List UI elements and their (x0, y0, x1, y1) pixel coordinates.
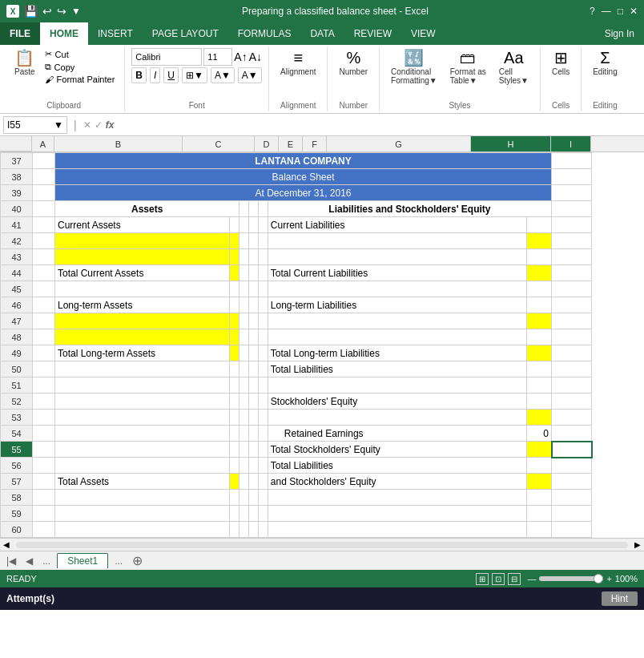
cell-h56[interactable] (527, 458, 552, 474)
row-header-54[interactable]: 54 (1, 426, 33, 442)
cell-h60[interactable] (527, 522, 552, 538)
bold-button[interactable]: B (131, 67, 147, 83)
cell-e41[interactable] (249, 217, 259, 233)
cell-i52[interactable] (552, 394, 592, 410)
cell-g55[interactable]: Total Stockholders' Equity (268, 442, 526, 458)
cell-e40[interactable] (249, 201, 259, 217)
tab-file[interactable]: FILE (0, 22, 40, 45)
font-name-input[interactable] (131, 48, 202, 66)
formula-insert-function-icon[interactable]: fx (106, 119, 115, 131)
cell-b42[interactable] (55, 233, 230, 249)
cell-d50[interactable] (239, 361, 249, 377)
cell-h51[interactable] (527, 377, 552, 394)
cell-b56[interactable] (55, 458, 230, 474)
cell-e44[interactable] (249, 265, 259, 281)
cell-b54[interactable] (55, 426, 230, 442)
cell-i40[interactable] (552, 201, 592, 217)
cell-f59[interactable] (258, 506, 268, 522)
cell-f52[interactable] (258, 394, 268, 410)
editing-button[interactable]: Σ Editing (588, 48, 622, 78)
cell-d51[interactable] (239, 377, 249, 394)
cell-b37-merged[interactable]: LANTANA COMPANY (55, 153, 552, 169)
cell-reference-box[interactable]: I55 ▼ (3, 116, 67, 134)
cell-a39[interactable] (33, 185, 55, 201)
tab-page-layout[interactable]: PAGE LAYOUT (143, 22, 228, 45)
cell-b55[interactable] (55, 442, 230, 458)
cell-a47[interactable] (33, 313, 55, 329)
cell-b53[interactable] (55, 410, 230, 426)
cell-a37[interactable] (33, 153, 55, 169)
cell-b52[interactable] (55, 394, 230, 410)
cell-a48[interactable] (33, 329, 55, 345)
cell-d44[interactable] (239, 265, 249, 281)
quick-access-redo[interactable]: ↪ (57, 5, 66, 18)
row-header-42[interactable]: 42 (1, 233, 33, 249)
cell-g60[interactable] (268, 522, 526, 538)
row-header-59[interactable]: 59 (1, 506, 33, 522)
cell-a52[interactable] (33, 394, 55, 410)
formula-input[interactable] (117, 116, 644, 134)
cell-c44[interactable] (230, 265, 239, 281)
cell-b49[interactable]: Total Long-term Assets (55, 345, 230, 361)
row-header-56[interactable]: 56 (1, 458, 33, 474)
cell-a54[interactable] (33, 426, 55, 442)
cell-g49[interactable]: Total Long-term Liabilities (268, 345, 526, 361)
row-header-55[interactable]: 55 (1, 442, 33, 458)
cell-d53[interactable] (239, 410, 249, 426)
cell-f43[interactable] (258, 249, 268, 265)
cell-f53[interactable] (258, 410, 268, 426)
cell-e56[interactable] (249, 458, 259, 474)
cell-i41[interactable] (552, 217, 592, 233)
cell-ref-dropdown[interactable]: ▼ (54, 119, 63, 131)
tab-view[interactable]: VIEW (401, 22, 445, 45)
cell-d40[interactable] (239, 201, 249, 217)
zoom-slider[interactable] (539, 576, 603, 581)
cell-g48[interactable] (268, 329, 526, 345)
paste-button[interactable]: 📋 Paste (10, 48, 40, 78)
cell-h41[interactable] (527, 217, 552, 233)
cell-e52[interactable] (249, 394, 259, 410)
col-header-a[interactable]: A (32, 136, 54, 151)
cell-d48[interactable] (239, 329, 249, 345)
cell-b38-merged[interactable]: Balance Sheet (55, 169, 552, 185)
cell-c48[interactable] (230, 329, 239, 345)
cell-i37[interactable] (552, 153, 592, 169)
cell-gh40[interactable]: Liabilities and Stockholders' Equity (268, 201, 551, 217)
cell-c57[interactable] (230, 474, 239, 490)
cell-b44[interactable]: Total Current Assets (55, 265, 230, 281)
cell-f57[interactable] (258, 474, 268, 490)
cell-a40[interactable] (33, 201, 55, 217)
cell-c45[interactable] (230, 281, 239, 297)
cell-b45[interactable] (55, 281, 230, 297)
horizontal-scrollbar[interactable]: ◀ ▶ (0, 538, 644, 551)
cell-a44[interactable] (33, 265, 55, 281)
sheet-nav-more[interactable]: ... (39, 554, 54, 568)
cell-f55[interactable] (258, 442, 268, 458)
cells-button[interactable]: ⊞ Cells (547, 48, 574, 78)
cell-e53[interactable] (249, 410, 259, 426)
tab-data[interactable]: DATA (300, 22, 344, 45)
cell-f54[interactable] (258, 426, 268, 442)
cell-a51[interactable] (33, 377, 55, 394)
cell-f56[interactable] (258, 458, 268, 474)
cell-a38[interactable] (33, 169, 55, 185)
cell-i59[interactable] (552, 506, 592, 522)
row-header-48[interactable]: 48 (1, 329, 33, 345)
row-header-52[interactable]: 52 (1, 394, 33, 410)
cell-d41[interactable] (239, 217, 249, 233)
row-header-51[interactable]: 51 (1, 377, 33, 394)
cell-i49[interactable] (552, 345, 592, 361)
cell-g54[interactable]: Retained Earnings (268, 426, 526, 442)
row-header-41[interactable]: 41 (1, 217, 33, 233)
row-header-43[interactable]: 43 (1, 249, 33, 265)
cell-a41[interactable] (33, 217, 55, 233)
tab-home[interactable]: HOME (40, 22, 88, 45)
cell-g47[interactable] (268, 313, 526, 329)
col-header-c[interactable]: C (183, 136, 255, 151)
cell-a57[interactable] (33, 474, 55, 490)
cell-g53[interactable] (268, 410, 526, 426)
corner-cell[interactable] (0, 136, 32, 151)
cell-bc40[interactable]: Assets (55, 201, 239, 217)
cell-d56[interactable] (239, 458, 249, 474)
formula-cancel-icon[interactable]: ✕ (83, 119, 91, 131)
